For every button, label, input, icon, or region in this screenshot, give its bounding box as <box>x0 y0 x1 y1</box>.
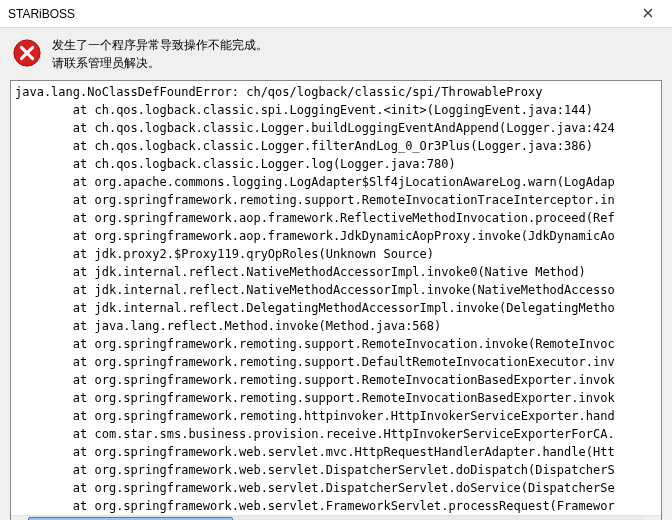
dialog-body: 发生了一个程序异常导致操作不能完成。 请联系管理员解决。 java.lang.N… <box>0 28 672 520</box>
stacktrace-panel: java.lang.NoClassDefFoundError: ch/qos/l… <box>10 80 662 520</box>
scroll-right-arrow-icon[interactable] <box>644 516 661 520</box>
close-button[interactable] <box>628 0 668 28</box>
window-title: STARiBOSS <box>8 7 628 21</box>
error-message-line1: 发生了一个程序异常导致操作不能完成。 <box>52 36 268 54</box>
error-icon <box>12 38 42 68</box>
stacktrace-text[interactable]: java.lang.NoClassDefFoundError: ch/qos/l… <box>11 81 661 515</box>
horizontal-scrollbar[interactable] <box>11 515 661 520</box>
scroll-left-arrow-icon[interactable] <box>11 516 28 520</box>
message-header: 发生了一个程序异常导致操作不能完成。 请联系管理员解决。 <box>0 28 672 76</box>
error-message: 发生了一个程序异常导致操作不能完成。 请联系管理员解决。 <box>52 36 268 72</box>
scrollbar-track[interactable] <box>28 516 644 520</box>
error-message-line2: 请联系管理员解决。 <box>52 54 268 72</box>
close-icon <box>643 7 653 21</box>
titlebar: STARiBOSS <box>0 0 672 28</box>
